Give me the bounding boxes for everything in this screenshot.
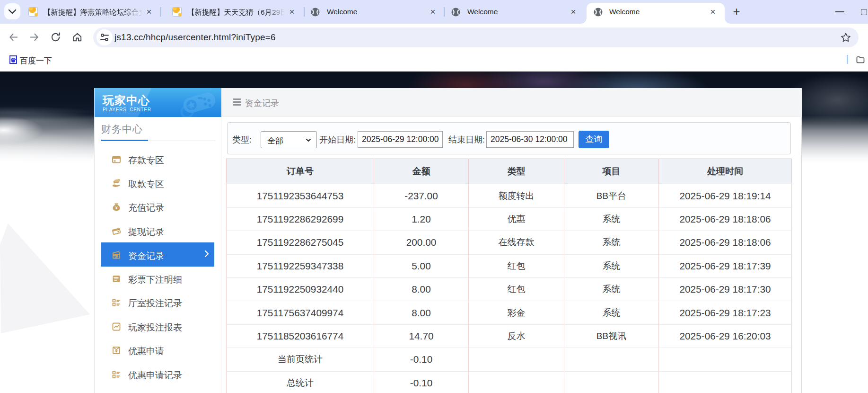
svg-text:¥: ¥ [115,205,118,210]
